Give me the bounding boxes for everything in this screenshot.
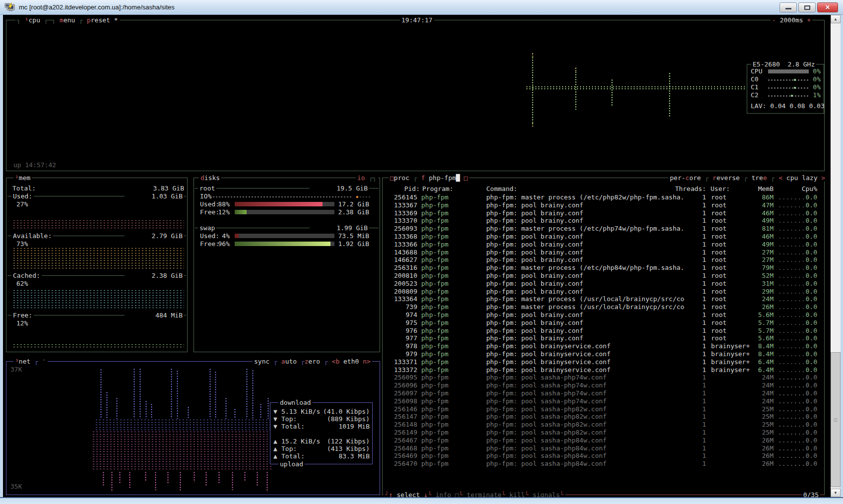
scroll-up-arrow-icon[interactable]: ▲ [831,15,841,23]
process-program: php-fpm [421,217,449,224]
process-command: php-fpm: master process (/etc/php74w/php… [486,225,687,232]
process-row[interactable]: 256096 php-fpm php-fpm: pool sasha-php74… [383,381,824,389]
process-row[interactable]: 256148 php-fpm php-fpm: pool sasha-php82… [383,421,824,429]
cpu-graph-spike [611,79,613,106]
process-mem: 26M [744,437,774,444]
col-header-threads[interactable]: Threads: [671,185,706,192]
process-cpu: 0.0 [792,342,817,350]
process-row[interactable]: 739 php-fpm php-fpm: master process (/us… [383,303,824,311]
process-row[interactable]: 256098 php-fpm php-fpm: pool sasha-php74… [383,397,824,405]
process-row[interactable]: 256469 php-fpm php-fpm: pool sasha-php84… [383,452,824,460]
scrollbar[interactable]: ▲ ▼ [831,15,841,497]
process-program: php-fpm [421,413,449,420]
process-mem: 25M [744,413,774,420]
process-command: php-fpm: pool brainy.conf [486,201,687,209]
process-threads: 1 [686,249,706,256]
process-row[interactable]: 133367 php-fpm php-fpm: pool brainy.conf… [383,201,824,209]
mem-tab[interactable]: ²mem [13,174,32,182]
process-row[interactable]: 200810 php-fpm php-fpm: pool brainy.conf… [383,272,824,280]
process-row[interactable]: 256093 php-fpm php-fpm: master process (… [383,225,824,233]
cpu-core-value: 0% [813,83,821,91]
putty-window: mc [root@a202.itdeveloper.com.ua]:/home/… [0,0,843,504]
process-program: php-fpm [421,350,449,358]
process-row[interactable]: 133371 php-fpm php-fpm: pool brainyservi… [383,358,824,366]
process-row[interactable]: 133369 php-fpm php-fpm: pool brainy.conf… [383,209,824,217]
process-threads: 1 [686,264,706,271]
col-header-cpu[interactable]: Cpu% [792,185,817,192]
mem-used-value: 1.03 GiB [125,192,184,200]
process-row[interactable]: 133368 php-fpm php-fpm: pool brainy.conf… [383,233,824,241]
process-row[interactable]: 256147 php-fpm php-fpm: pool sasha-php82… [383,413,824,421]
process-threads: 1 [686,413,706,420]
mem-free-value: 484 MiB [125,312,184,319]
process-row[interactable]: 256097 php-fpm php-fpm: pool sasha-php74… [383,389,824,397]
col-header-mem[interactable]: MemB [744,185,774,192]
process-row[interactable]: 133364 php-fpm php-fpm: master process (… [383,295,824,303]
process-pid: 256467 [383,437,417,444]
maximize-button[interactable] [798,2,816,12]
process-user: root [711,249,726,256]
process-user: root [711,272,726,279]
process-cpu: 0.0 [792,280,817,287]
process-row[interactable]: 256149 php-fpm php-fpm: pool sasha-php82… [383,429,824,437]
process-program: php-fpm [421,358,449,366]
process-cpu: 0.0 [792,288,817,295]
minimize-button[interactable] [779,2,797,12]
download-title: download [278,399,313,406]
process-row[interactable]: 143688 php-fpm php-fpm: pool brainy.conf… [383,249,824,256]
disks-io-tab[interactable]: io ┌┐ [356,174,378,182]
process-row[interactable]: 974 php-fpm php-fpm: pool brainy.conf 1 … [383,311,824,319]
process-row[interactable]: 146627 php-fpm php-fpm: pool brainy.conf… [383,256,824,264]
disks-tab[interactable]: disks [199,174,221,182]
process-row[interactable]: 256095 php-fpm php-fpm: pool sasha-php74… [383,374,824,381]
process-row[interactable]: 976 php-fpm php-fpm: pool brainy.conf 1 … [383,327,824,335]
process-threads: 1 [686,350,706,358]
net-upload-spike [111,471,113,492]
net-controls[interactable]: sync ┌ auto ┌zero ┌ <b eth0 n> [253,358,372,365]
col-header-command[interactable]: Command: [486,185,518,192]
disk-swap-free-bar [235,242,334,246]
process-row[interactable]: 256467 php-fpm php-fpm: pool sasha-php84… [383,437,824,444]
process-user: root [711,217,726,224]
process-user: root [711,209,726,217]
process-row[interactable]: 133366 php-fpm php-fpm: pool brainy.conf… [383,241,824,249]
process-program: php-fpm [421,444,449,452]
process-pid: 975 [383,319,417,326]
refresh-interval-control[interactable]: - 2000ms + [771,16,812,24]
scrollbar-thumb[interactable] [831,352,841,487]
process-mem: 25M [744,421,774,428]
process-row[interactable]: 977 php-fpm php-fpm: pool brainy.conf 1 … [383,334,824,342]
process-row[interactable]: 133370 php-fpm php-fpm: pool brainy.conf… [383,217,824,225]
process-cpu: 0.0 [792,421,817,428]
process-program: php-fpm [421,241,449,248]
process-row[interactable]: 256146 php-fpm php-fpm: pool sasha-php82… [383,405,824,413]
scroll-down-arrow-icon[interactable]: ▼ [831,489,841,497]
process-row[interactable]: 975 php-fpm php-fpm: pool brainy.conf 1 … [383,319,824,327]
close-button[interactable]: ✕ [817,2,838,12]
process-row[interactable]: 256468 php-fpm php-fpm: pool sasha-php84… [383,444,824,452]
process-mem: 29M [744,288,774,295]
process-row[interactable]: 978 php-fpm php-fpm: pool brainyservice.… [383,342,824,350]
process-row[interactable]: 200809 php-fpm php-fpm: pool brainy.conf… [383,288,824,296]
titlebar[interactable]: mc [root@a202.itdeveloper.com.ua]:/home/… [0,0,843,15]
process-program: php-fpm [421,295,449,303]
process-row[interactable]: 256470 php-fpm php-fpm: pool sasha-php84… [383,460,824,468]
process-command: php-fpm: pool sasha-php74w.conf [486,374,687,381]
process-row[interactable]: 256316 php-fpm php-fpm: master process (… [383,264,824,272]
process-mem: 24M [744,295,774,303]
process-pid: 256147 [383,413,417,420]
mem-available-label: Available: [11,232,53,240]
net-tab[interactable]: ³net ┌ ' [13,358,48,365]
process-row[interactable]: 133372 php-fpm php-fpm: pool brainyservi… [383,366,824,374]
proc-tab-and-filter[interactable]: □proc ┌ f php-fpm█ □ [389,174,469,182]
col-header-pid[interactable]: Pid: [383,185,420,192]
cpu-tab[interactable]: ┐ ¹cpu ┌─┐ menu ┌ preset * [15,16,120,24]
col-header-program[interactable]: Program: [422,185,454,192]
process-row[interactable]: 256145 php-fpm php-fpm: master process (… [383,193,824,201]
process-pid: 146627 [383,256,417,263]
process-pid: 133372 [383,366,417,374]
col-header-user[interactable]: User: [711,185,730,192]
proc-view-controls[interactable]: per-core ┌ reverse ┌ tree ┌ < cpu lazy > [668,174,827,182]
process-row[interactable]: 200523 php-fpm php-fpm: pool brainy.conf… [383,280,824,288]
process-row[interactable]: 979 php-fpm php-fpm: pool brainyservice.… [383,350,824,358]
